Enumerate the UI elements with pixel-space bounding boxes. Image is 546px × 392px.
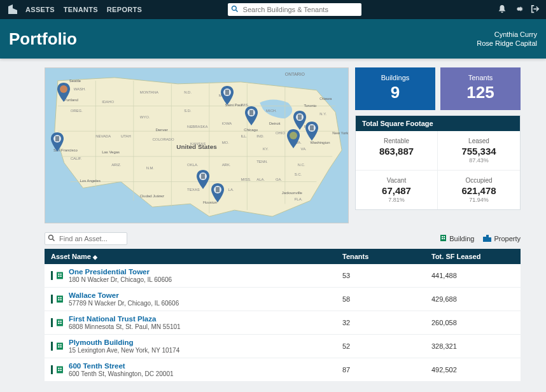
svg-rect-82 (310, 125, 314, 130)
map-pin[interactable] (244, 106, 259, 125)
map-pin[interactable] (56, 83, 71, 102)
sqft-title: Total Square Footage (356, 116, 520, 131)
top-nav: ASSETS TENANTS REPORTS (0, 0, 546, 19)
svg-text:Los Angeles: Los Angeles (80, 179, 101, 183)
map-pin[interactable] (220, 86, 235, 105)
building-icon (440, 234, 447, 243)
user-company: Rose Ridge Capital (477, 39, 537, 48)
map-pin[interactable] (286, 129, 301, 148)
tenants-card[interactable]: Tenants 125 (440, 67, 521, 110)
nav-reports[interactable]: REPORTS (107, 6, 142, 13)
col-asset-name[interactable]: Asset Name◆ (51, 253, 342, 260)
row-type-icon (51, 365, 64, 374)
nav-assets[interactable]: ASSETS (25, 6, 55, 13)
asset-sf: 429,688 (431, 295, 514, 303)
asset-tenants: 32 (342, 319, 431, 326)
buildings-label: Buildings (355, 74, 435, 81)
building-icon (56, 365, 64, 374)
svg-text:OHIO: OHIO (276, 131, 286, 135)
svg-text:LA.: LA. (228, 188, 234, 192)
asset-table-header: Asset Name◆ Tenants Tot. SF Leased (45, 249, 521, 264)
map-pin[interactable] (195, 170, 211, 189)
svg-text:MISS.: MISS. (241, 178, 251, 181)
row-type-icon (51, 271, 64, 280)
table-row[interactable]: One Presidential Tower 180 N Wacker Dr, … (45, 264, 521, 288)
col-sf-leased[interactable]: Tot. SF Leased (431, 253, 514, 260)
svg-rect-116 (60, 368, 61, 369)
search-input[interactable] (228, 3, 361, 16)
svg-text:NEVADA: NEVADA (95, 134, 111, 138)
property-icon (483, 235, 491, 243)
map-pin[interactable] (210, 183, 225, 202)
asset-sf: 492,502 (431, 366, 514, 374)
svg-text:ARK.: ARK. (222, 163, 231, 167)
svg-rect-74 (55, 136, 59, 141)
nav-links: ASSETS TENANTS REPORTS (25, 6, 142, 13)
asset-name-link[interactable]: 600 Tenth Street (69, 362, 342, 370)
svg-rect-107 (58, 323, 59, 324)
svg-rect-110 (58, 344, 59, 346)
buildings-value: 9 (355, 83, 435, 102)
asset-name-link[interactable]: Plymouth Building (69, 339, 342, 346)
svg-text:ALA.: ALA. (256, 178, 265, 181)
svg-rect-111 (60, 344, 61, 346)
buildings-card[interactable]: Buildings 9 (355, 67, 435, 110)
nav-tenants[interactable]: TENANTS (64, 6, 98, 13)
map-pin[interactable] (304, 122, 319, 141)
asset-name-link[interactable]: Wallace Tower (69, 291, 342, 299)
asset-sf: 260,058 (431, 319, 514, 326)
svg-point-83 (290, 132, 297, 139)
svg-point-84 (49, 235, 53, 240)
logout-icon[interactable] (531, 4, 540, 15)
svg-rect-91 (483, 237, 486, 242)
gear-icon[interactable] (514, 4, 523, 15)
svg-rect-78 (216, 187, 220, 192)
legend-building-label: Building (449, 235, 474, 242)
asset-name-link[interactable]: One Presidential Tower (69, 268, 342, 276)
row-type-icon (51, 318, 64, 327)
svg-text:IOWA: IOWA (222, 122, 232, 125)
map-pin[interactable] (50, 132, 65, 151)
portfolio-map[interactable]: United States ONTARIO WASH. OREG. IDAHO … (45, 67, 349, 223)
table-row[interactable]: Wallace Tower 57789 N Wacker Dr, Chicago… (45, 288, 521, 311)
svg-text:N.C.: N.C. (298, 163, 305, 167)
svg-text:WASH.: WASH. (74, 87, 87, 91)
content: United States ONTARIO WASH. OREG. IDAHO … (0, 59, 546, 382)
svg-text:New York: New York (332, 131, 348, 135)
asset-legend: Building Property (440, 234, 521, 243)
legend-property: Property (483, 235, 521, 243)
asset-address: 6808 Minnesota St, St. Paul, MN 55101 (69, 323, 342, 330)
sort-icon: ◆ (93, 254, 97, 260)
table-row[interactable]: 600 Tenth Street 600 Tenth St, Washingto… (45, 358, 521, 382)
sqft-cell-pct: 71.94% (440, 197, 517, 203)
svg-rect-70 (225, 90, 229, 95)
svg-rect-86 (440, 235, 446, 241)
svg-text:IND.: IND. (256, 134, 264, 138)
svg-rect-96 (60, 274, 61, 275)
svg-rect-80 (298, 115, 302, 120)
svg-rect-90 (444, 238, 445, 239)
col-tenants[interactable]: Tenants (342, 253, 431, 260)
bell-icon[interactable] (498, 4, 507, 15)
svg-text:Toronto: Toronto (304, 104, 318, 108)
side-cards: Buildings 9 Tenants 125 Total Square Foo… (355, 67, 521, 223)
svg-text:ILL.: ILL. (241, 134, 247, 138)
search-icon (48, 234, 55, 244)
svg-text:MICH.: MICH. (266, 109, 277, 113)
user-block: Cynthia Curry Rose Ridge Capital (477, 30, 537, 48)
asset-name-link[interactable]: First National Trust Plaza (69, 315, 342, 323)
sqft-vacant: Vacant 67,487 7.81% (356, 171, 438, 209)
svg-text:KY.: KY. (263, 147, 269, 151)
svg-line-1 (235, 10, 237, 12)
svg-text:N.Y.: N.Y. (319, 112, 326, 116)
app-logo[interactable] (6, 3, 19, 16)
table-row[interactable]: Plymouth Building 15 Lexington Ave, New … (45, 335, 521, 358)
row-type-icon (51, 295, 64, 304)
table-row[interactable]: First National Trust Plaza 6808 Minnesot… (45, 311, 521, 335)
search-icon (231, 5, 239, 15)
svg-rect-105 (58, 321, 59, 322)
sqft-grid: Rentable 863,887 Leased 755,334 87.43% V… (356, 131, 520, 209)
sqft-occupied: Occupied 621,478 71.94% (438, 171, 520, 209)
sqft-cell-label: Leased (440, 137, 517, 144)
asset-search-input[interactable] (45, 232, 127, 245)
